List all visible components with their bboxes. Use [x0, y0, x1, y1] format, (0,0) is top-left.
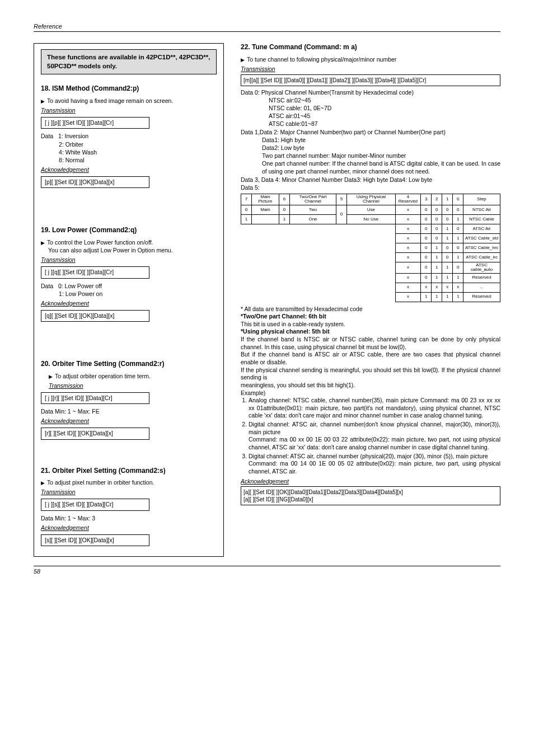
hdr-cell: 6	[279, 194, 289, 205]
cell: 1	[279, 214, 289, 224]
data12-block: Data 1,Data 2: Major Channel Number(two …	[241, 128, 500, 176]
ack-label: Acknowledgement	[41, 300, 217, 308]
cell: 1	[442, 262, 453, 273]
section-18-trans: [ j ][p][ ][Set ID][ ][Data][Cr]	[41, 117, 149, 129]
hdr-cell: Two/One Part Channel	[289, 194, 336, 205]
example-item: Digital channel: ATSC air, channel numbe…	[249, 453, 500, 476]
section-20-desc: To adjust orbiter operation time term.	[49, 372, 217, 380]
cell: 0	[421, 252, 432, 262]
transmission-label: Transmission	[241, 65, 500, 73]
section-19-trans: [ j ][q][ ][Set ID][ ][Data][Cr]	[41, 266, 149, 279]
cell: ATSC Cable_std	[463, 233, 500, 243]
cell: 1	[432, 262, 442, 273]
transmission-label: Transmission	[49, 382, 217, 390]
cell: x	[432, 283, 442, 292]
cell: x	[395, 262, 421, 273]
left-column: These functions are available in 42PC1D*…	[34, 43, 224, 557]
cell: NTSC Cable	[463, 214, 500, 224]
ack-label: Acknowledgement	[241, 478, 500, 486]
note-bold: *Using physical channel: 5th bit	[241, 328, 330, 335]
cell: Main	[252, 205, 279, 214]
cell: 1	[453, 252, 463, 262]
section-20-trans: [ j ][r][ ][Set ID][ ][Data][Cr]	[41, 392, 149, 405]
section-19-ack: [q][ ][Set ID][ ][OK][Data][x]	[41, 310, 149, 322]
ack-line-1: [a][ ][Set ID][ ][OK][Data0][Data1][Data…	[243, 489, 403, 495]
cell: x	[395, 243, 421, 252]
example-item: Digital channel: ATSC air, channel numbe…	[249, 421, 500, 452]
note-line: meaningless, you should set this bit hig…	[241, 382, 355, 388]
bit-table: 7 Main Picture 6 Two/One Part Channel 5 …	[241, 194, 500, 302]
section-20-title: 20. Orbiter Time Setting (Command2:r)	[41, 360, 217, 369]
cell: 0	[336, 205, 347, 224]
section-19-data: Data 0: Low Power off 1: Low Power on	[41, 282, 217, 298]
cell: 0	[442, 214, 453, 224]
models-notice: These functions are available in 42PC1D*…	[41, 49, 217, 74]
section-21-title: 21. Orbiter Pixel Setting (Command2:s)	[41, 467, 217, 476]
section-22-desc: To tune channel to following physical/ma…	[241, 55, 500, 63]
example-label: Example)	[241, 389, 265, 396]
d2-low: Data2: Low byte	[262, 144, 305, 151]
table-row: x0011ATSC Cable_std	[241, 233, 500, 243]
cell: NTSC Air	[463, 205, 500, 214]
cell: x	[395, 224, 421, 233]
cell: 1	[453, 273, 463, 283]
table-row: 0 Main 0 Two 0 Use x 0 0 0 0 NTSC Air	[241, 205, 500, 214]
section-20-ack: [r][ ][Set ID][ ][OK][Data][x]	[41, 428, 149, 440]
d0-ntsc-cable: NTSC cable: 01, 0E~7D	[269, 105, 331, 111]
table-row: x0101ATSC Cable_irc	[241, 252, 500, 262]
section-18-title: 18. ISM Method (Command2:p)	[41, 84, 217, 93]
hdr-cell: Main Picture	[252, 194, 279, 205]
note-line: But if the channel band is ATSC air or A…	[241, 351, 500, 365]
section-20-data: Data Min: 1 ~ Max: FE	[41, 407, 217, 415]
section-19-desc2: You can also adjust Low Power in Option …	[48, 247, 173, 253]
cell: x	[395, 214, 421, 224]
cell: 0	[442, 252, 453, 262]
hdr-cell: Using Physical Channel	[347, 194, 396, 205]
cell: 1	[432, 252, 442, 262]
cell: 1	[432, 292, 442, 302]
cell: ATSC Cable_hrc	[463, 243, 500, 252]
section-18-ack: [p][ ][Set ID][ ][OK][Data][x]	[41, 176, 149, 189]
cell: Use	[347, 205, 396, 214]
hdr-cell: 5	[336, 194, 347, 205]
cell: 0	[421, 205, 432, 214]
cell: 0	[421, 273, 432, 283]
cell: 1	[442, 233, 453, 243]
section-22-trans: [m][a][ ][Set ID][ ][Data0][ ][Data1][ ]…	[241, 74, 500, 86]
table-row: x0010ATSC Air	[241, 224, 500, 233]
cell: 0	[453, 224, 463, 233]
ack-label: Acknowledgement	[41, 417, 217, 425]
cell: ATSC Cable_irc	[463, 252, 500, 262]
cell: x	[442, 283, 453, 292]
cell: No Use	[347, 214, 396, 224]
cell: x	[453, 283, 463, 292]
reference-header: Reference	[34, 22, 500, 30]
section-21-desc: To adjust pixel number in orbiter functi…	[41, 478, 217, 486]
data34-line: Data 3, Data 4: Minor Channel Number Dat…	[241, 176, 500, 184]
page-number: 58	[34, 566, 500, 575]
table-row: x0110ATSC cable_auto	[241, 262, 500, 273]
table-row: x0111Reserved	[241, 273, 500, 283]
cell: 0	[453, 262, 463, 273]
notes-block: * All data are transmitted by Hexadecima…	[241, 306, 500, 476]
hdr-cell: 2	[432, 194, 442, 205]
cell: 1	[241, 214, 252, 224]
cell: 1	[442, 224, 453, 233]
d0-line: Data 0: Physical Channel Number(Transmit…	[241, 89, 414, 96]
cell: ATSC Air	[463, 224, 500, 233]
cell: 0	[432, 205, 442, 214]
d0-atsc-air: ATSC air:01~45	[269, 112, 310, 119]
cell: 1	[442, 273, 453, 283]
cell: 0	[421, 224, 432, 233]
cell: 0	[421, 214, 432, 224]
cell: 1	[453, 292, 463, 302]
cell: x	[421, 283, 432, 292]
cell: ATSC cable_auto	[463, 262, 500, 273]
cell: One	[289, 214, 336, 224]
section-19-desc1: To control the Low Power function on/off…	[41, 239, 153, 246]
section-18-data: Data 1: Inversion 2: Orbiter 4: White Wa…	[41, 132, 217, 164]
hdr-cell: 7	[241, 194, 252, 205]
cell: ...	[463, 283, 500, 292]
data0-block: Data 0: Physical Channel Number(Transmit…	[241, 88, 500, 128]
hdr-cell: 0	[453, 194, 463, 205]
